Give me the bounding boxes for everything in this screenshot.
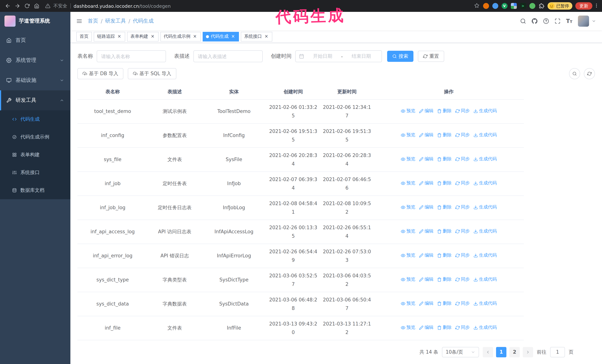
avatar[interactable] bbox=[578, 16, 589, 27]
edit-link[interactable]: 编辑 bbox=[419, 107, 433, 115]
preview-link[interactable]: 预览 bbox=[401, 155, 415, 164]
hamburger-icon[interactable] bbox=[76, 18, 82, 24]
preview-link[interactable]: 预览 bbox=[401, 251, 415, 260]
profile-chip[interactable]: 已暂停 bbox=[547, 2, 572, 10]
table-desc-input[interactable] bbox=[194, 50, 263, 62]
toggle-search-button[interactable] bbox=[569, 68, 580, 79]
sync-link[interactable]: 同步 bbox=[455, 131, 470, 139]
generate-code-link[interactable]: 生成代码 bbox=[473, 203, 497, 212]
generate-code-link[interactable]: 生成代码 bbox=[473, 227, 497, 236]
page-number-button[interactable]: 1 bbox=[496, 347, 506, 357]
tab[interactable]: 系统接口 × bbox=[241, 32, 272, 41]
delete-link[interactable]: 删除 bbox=[437, 227, 452, 236]
tab-close-icon[interactable]: × bbox=[230, 34, 236, 39]
delete-link[interactable]: 删除 bbox=[437, 275, 452, 284]
preview-link[interactable]: 预览 bbox=[401, 107, 415, 115]
sidebar-item-db-doc[interactable]: 数据库文档 bbox=[0, 181, 70, 199]
preview-link[interactable]: 预览 bbox=[401, 299, 415, 308]
delete-link[interactable]: 删除 bbox=[437, 131, 452, 139]
next-page-button[interactable] bbox=[523, 347, 533, 357]
edit-link[interactable]: 编辑 bbox=[419, 203, 433, 212]
tab-close-icon[interactable]: × bbox=[264, 34, 269, 39]
generate-code-link[interactable]: 生成代码 bbox=[473, 155, 497, 164]
edit-link[interactable]: 编辑 bbox=[419, 299, 433, 308]
tab[interactable]: 代码生成示例 × bbox=[161, 32, 201, 41]
delete-link[interactable]: 删除 bbox=[437, 251, 452, 260]
sync-link[interactable]: 同步 bbox=[455, 299, 470, 308]
extensions-puzzle-icon[interactable] bbox=[538, 3, 544, 9]
goto-page-input[interactable] bbox=[550, 347, 565, 357]
preview-link[interactable]: 预览 bbox=[401, 323, 415, 332]
breadcrumb-home[interactable]: 首页 bbox=[88, 18, 98, 24]
sync-link[interactable]: 同步 bbox=[455, 227, 470, 236]
table-name-input[interactable] bbox=[97, 50, 166, 62]
bookmark-star-icon[interactable] bbox=[474, 3, 479, 9]
delete-link[interactable]: 删除 bbox=[437, 155, 452, 164]
help-icon[interactable] bbox=[543, 18, 549, 24]
sidebar-item-infra[interactable]: 基础设施 bbox=[0, 70, 70, 90]
update-button[interactable]: 更新 bbox=[575, 2, 592, 10]
browser-back-icon[interactable] bbox=[3, 1, 13, 11]
font-size-icon[interactable]: TT bbox=[566, 18, 572, 24]
refresh-table-button[interactable] bbox=[584, 68, 595, 79]
extension-icon-2[interactable] bbox=[492, 3, 498, 9]
extension-icon-4[interactable] bbox=[511, 3, 516, 9]
tab-close-icon[interactable]: × bbox=[150, 34, 155, 39]
avatar-caret-icon[interactable] bbox=[592, 19, 596, 23]
browser-home-icon[interactable] bbox=[32, 1, 42, 11]
delete-link[interactable]: 删除 bbox=[437, 107, 452, 115]
tab[interactable]: 链路追踪 × bbox=[94, 32, 125, 41]
tab[interactable]: 首页 × bbox=[76, 32, 92, 41]
extension-icon-5[interactable]: > bbox=[520, 3, 526, 9]
extension-icon-1[interactable] bbox=[483, 3, 489, 9]
sidebar-item-home[interactable]: 首页 bbox=[0, 30, 70, 50]
sync-link[interactable]: 同步 bbox=[455, 203, 470, 212]
generate-code-link[interactable]: 生成代码 bbox=[473, 299, 497, 308]
import-sql-button[interactable]: 基于 SQL 导入 bbox=[128, 68, 176, 79]
search-icon[interactable] bbox=[520, 18, 526, 24]
sidebar-item-codegen[interactable]: 代码生成 bbox=[0, 110, 70, 128]
address-bar[interactable]: 不安全 dashboard.yudao.iocoder.cn/tool/code… bbox=[45, 3, 479, 9]
search-button[interactable]: 搜索 bbox=[387, 51, 413, 62]
preview-link[interactable]: 预览 bbox=[401, 275, 415, 284]
app-logo[interactable]: 芋道管理系统 bbox=[0, 12, 70, 30]
sidebar-item-api[interactable]: 系统接口 bbox=[0, 164, 70, 181]
delete-link[interactable]: 删除 bbox=[437, 203, 452, 212]
sidebar-item-codegen-example[interactable]: 代码生成示例 bbox=[0, 128, 70, 146]
page-size-select[interactable]: 10条/页 bbox=[442, 347, 479, 357]
sidebar-item-form-builder[interactable]: 表单构建 bbox=[0, 146, 70, 164]
edit-link[interactable]: 编辑 bbox=[419, 251, 433, 260]
edit-link[interactable]: 编辑 bbox=[419, 227, 433, 236]
edit-link[interactable]: 编辑 bbox=[419, 323, 433, 332]
sync-link[interactable]: 同步 bbox=[455, 275, 470, 284]
generate-code-link[interactable]: 生成代码 bbox=[473, 275, 497, 284]
generate-code-link[interactable]: 生成代码 bbox=[473, 131, 497, 139]
github-icon[interactable] bbox=[532, 18, 538, 24]
extension-icon-6[interactable] bbox=[529, 3, 535, 9]
breadcrumb-devtools[interactable]: 研发工具 bbox=[105, 18, 126, 24]
sidebar-item-devtools[interactable]: 研发工具 bbox=[0, 90, 70, 110]
generate-code-link[interactable]: 生成代码 bbox=[473, 179, 497, 187]
preview-link[interactable]: 预览 bbox=[401, 179, 415, 187]
delete-link[interactable]: 删除 bbox=[437, 179, 452, 187]
tab[interactable]: 表单构建 × bbox=[127, 32, 159, 41]
generate-code-link[interactable]: 生成代码 bbox=[473, 251, 497, 260]
delete-link[interactable]: 删除 bbox=[437, 323, 452, 332]
tab-close-icon[interactable]: × bbox=[117, 34, 122, 39]
preview-link[interactable]: 预览 bbox=[401, 131, 415, 139]
generate-code-link[interactable]: 生成代码 bbox=[473, 323, 497, 332]
sync-link[interactable]: 同步 bbox=[455, 323, 470, 332]
browser-reload-icon[interactable] bbox=[22, 1, 32, 11]
browser-menu-icon[interactable] bbox=[594, 2, 599, 10]
delete-link[interactable]: 删除 bbox=[437, 299, 452, 308]
reset-button[interactable]: 重置 bbox=[418, 51, 444, 62]
prev-page-button[interactable] bbox=[483, 347, 493, 357]
preview-link[interactable]: 预览 bbox=[401, 203, 415, 212]
sync-link[interactable]: 同步 bbox=[455, 155, 470, 164]
tab[interactable]: 代码生成 × bbox=[203, 32, 239, 41]
edit-link[interactable]: 编辑 bbox=[419, 179, 433, 187]
extension-icon-3[interactable]: V bbox=[501, 3, 507, 9]
sidebar-item-system[interactable]: 系统管理 bbox=[0, 50, 70, 70]
edit-link[interactable]: 编辑 bbox=[419, 155, 433, 164]
page-number-button[interactable]: 2 bbox=[509, 347, 520, 357]
